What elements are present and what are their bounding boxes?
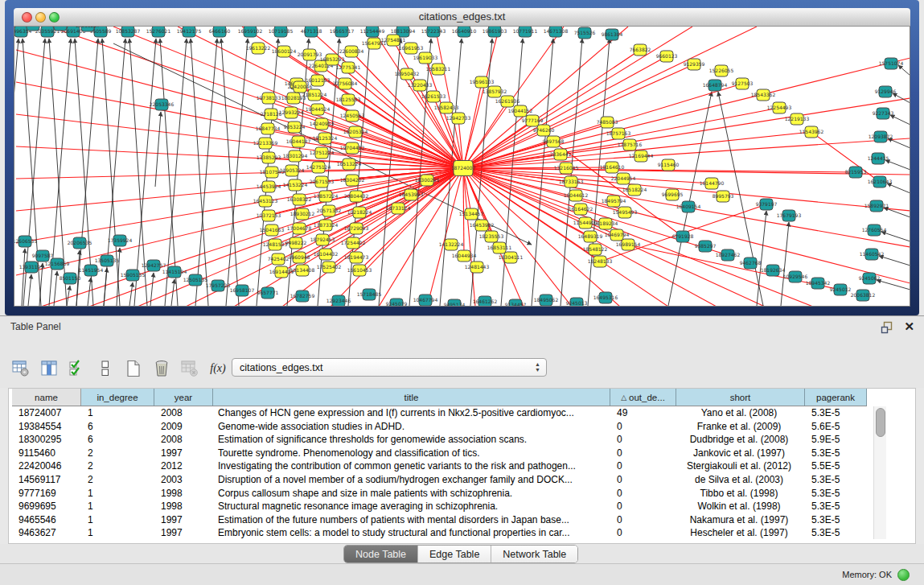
graph-node-label: 12481443	[465, 264, 490, 270]
graph-node-label: 18301294	[283, 153, 308, 159]
graph-node-label: 10771911	[513, 28, 538, 34]
graph-node-label: 19619033	[413, 55, 438, 60]
graph-node-label: 16453962	[470, 222, 495, 228]
graph-node-label: 20553813	[21, 27, 46, 27]
table-cell: Embryonic stem cells: a model to study s…	[213, 526, 610, 540]
table-selector-dropdown[interactable]: citations_edges.txt ▲▼	[232, 358, 547, 377]
table-cell: Tourette syndrome. Phenomenology and cla…	[213, 447, 610, 460]
graph-node-label: 9129946	[875, 89, 897, 94]
graph-node-label: 18950432	[395, 71, 420, 76]
graph-node-label: 15610453	[347, 267, 372, 273]
table-row[interactable]: 911546021997Tourette syndrome. Phenomeno…	[12, 447, 867, 460]
select-columns-button[interactable]	[68, 359, 87, 378]
close-panel-icon[interactable]: ✕	[904, 319, 914, 334]
graph-node-label: 12775341	[336, 64, 361, 70]
column-header-out_de[interactable]: △out_de...	[610, 389, 676, 406]
graph-node-label: 16640910	[452, 28, 477, 34]
graph-node-label: 7425402	[268, 256, 290, 262]
graph-node-label: 9097587	[32, 253, 54, 258]
graph-node-label: 20804432	[344, 193, 369, 199]
graph-node-label: 12505135	[183, 277, 208, 282]
table-cell: 19384554	[12, 420, 81, 434]
graph-node-label: 16044187	[286, 138, 311, 144]
graph-node-label: 17957223	[206, 282, 231, 288]
graph-node-label: 18724007	[451, 165, 476, 171]
graph-node-label: 15582433	[434, 105, 459, 110]
create-column-button[interactable]	[124, 359, 143, 378]
graph-node-label: 12760554	[862, 227, 887, 233]
graph-node-label: 14671308	[544, 28, 569, 34]
table-row[interactable]: 946362711997Embryonic stem cells: a mode…	[12, 526, 867, 540]
graph-node-label: 9245079	[386, 301, 408, 306]
graph-node-label: 17004678	[287, 225, 312, 231]
citation-graph[interactable]: 1872400784963542035592120691406960558910…	[14, 27, 910, 306]
scrollbar-thumb[interactable]	[876, 408, 885, 437]
function-builder-button[interactable]: f(x)	[208, 359, 228, 378]
table-mode-button[interactable]	[11, 359, 31, 378]
column-header-pagerank[interactable]: pagerank	[805, 389, 867, 406]
graph-node-label: 9115460	[658, 162, 680, 167]
graph-node-label: 9660123	[656, 53, 678, 59]
graph-node-label: 11254449	[360, 28, 385, 34]
graph-node-label: 16961953	[399, 45, 424, 51]
graph-node-label: 9227343	[873, 110, 894, 116]
column-header-title[interactable]: title	[213, 389, 610, 406]
graph-node-label: 9498222	[285, 240, 307, 245]
network-window-titlebar[interactable]: citations_edges.txt	[14, 8, 910, 27]
table-row[interactable]: 1830029562008Estimation of significance …	[12, 433, 867, 447]
table-cell: 9465546	[12, 513, 81, 527]
graph-node-label: 10853287	[116, 28, 141, 34]
tab-network-table[interactable]: Network Table	[491, 546, 577, 562]
graph-node-label: 16194473	[344, 254, 369, 260]
graph-node-label: 18192634	[761, 267, 786, 273]
graph-node-label: 18733124	[386, 205, 411, 211]
graph-node-label: 18813094	[391, 28, 416, 34]
column-header-in_degree[interactable]: in_degree	[81, 389, 154, 406]
graph-node-label: 15276021	[146, 28, 171, 34]
application-window: citations_edges.txt 18724007849635420355…	[0, 0, 924, 585]
table-cell: 14569117	[12, 473, 81, 487]
row-height-button[interactable]	[96, 359, 115, 378]
network-view-window[interactable]: citations_edges.txt 18724007849635420355…	[5, 0, 919, 315]
table-cell: 0	[610, 526, 676, 540]
table-cell: Estimation of the future numbers of pati…	[213, 513, 610, 527]
table-cell: 2009	[154, 420, 213, 434]
status-bar: Memory: OK	[0, 563, 924, 585]
table-row[interactable]: 1872400712008Changes of HCN gene express…	[12, 406, 867, 420]
tab-node-table[interactable]: Node Table	[344, 546, 418, 562]
table-vertical-scrollbar[interactable]	[873, 406, 886, 539]
float-panel-icon[interactable]	[881, 321, 893, 334]
table-row[interactable]: 2242004622012Investigating the contribut…	[12, 459, 867, 473]
table-row[interactable]: 969969511998Structural magnetic resonanc…	[12, 500, 867, 513]
graph-node-label: 12254493	[767, 105, 792, 110]
column-header-year[interactable]: year	[154, 389, 213, 406]
graph-node-label: 11415194	[162, 269, 187, 274]
table-cell: Estimation of significance thresholds fo…	[213, 433, 610, 447]
graph-node-label: 17254402	[341, 240, 366, 245]
table-row[interactable]: 977716911998Corpus callosum shape and si…	[12, 487, 867, 501]
table-cell: Franke et al. (2009)	[676, 420, 805, 434]
delete-column-button[interactable]	[152, 359, 171, 378]
tab-edge-table[interactable]: Edge Table	[418, 546, 491, 562]
delete-table-button[interactable]	[180, 359, 199, 378]
network-canvas[interactable]: 1872400784963542035592120691406960558910…	[14, 27, 910, 307]
table-cell: 22420046	[12, 459, 81, 473]
graph-node-label: 13216045	[554, 165, 579, 171]
graph-node-label: 18495794	[602, 198, 626, 204]
table-row[interactable]: 1938455462009Genome-wide association stu…	[12, 420, 867, 434]
graph-node-label: 15718485	[357, 291, 382, 297]
table-cell: Corpus callosum shape and size in male p…	[213, 487, 610, 501]
column-header-name[interactable]: name	[12, 389, 81, 406]
graph-node-label: 16044934	[452, 253, 477, 258]
graph-node-label: 12219133	[785, 116, 810, 122]
table-cell: Structural magnetic resonance image aver…	[213, 500, 610, 513]
table-row[interactable]: 946554611997Estimation of the future num…	[12, 513, 867, 527]
table-cell: 1	[81, 487, 154, 501]
table-cell: 0	[610, 459, 676, 473]
table-row[interactable]: 1456911722003Disruption of a novel membe…	[12, 473, 867, 487]
column-display-button[interactable]	[39, 359, 59, 378]
column-header-short[interactable]: short	[676, 389, 805, 406]
graph-node-label: 10467794	[413, 297, 438, 303]
sort-ascending-icon: △	[621, 393, 626, 402]
table-cell: Nakamura et al. (1997)	[676, 513, 805, 527]
